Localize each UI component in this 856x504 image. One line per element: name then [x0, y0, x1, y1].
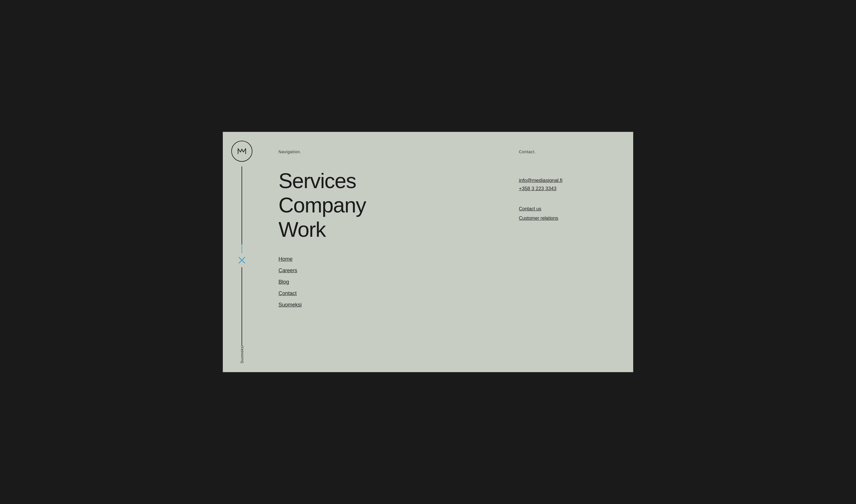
- nav-link-contact[interactable]: Contact: [279, 290, 297, 296]
- close-button[interactable]: [237, 255, 247, 265]
- nav-link-careers[interactable]: Careers: [279, 268, 297, 274]
- nav-section: Navigation. Services Company Work Home C…: [261, 132, 510, 372]
- contact-us-link[interactable]: Contact us: [519, 206, 619, 212]
- sidebar-line-bottom: [242, 267, 242, 345]
- contact-links: Contact us Customer relations: [519, 206, 619, 221]
- nav-section-label: Navigation.: [279, 149, 493, 154]
- screen-wrapper: Suomeksi Navigation. Services Company Wo…: [223, 132, 633, 372]
- main-content: Navigation. Services Company Work Home C…: [261, 132, 633, 372]
- big-nav-work[interactable]: Work: [279, 217, 493, 242]
- nav-link-blog[interactable]: Blog: [279, 279, 289, 285]
- contact-email-link[interactable]: info@mediasignal.fi: [519, 178, 619, 183]
- logo-button[interactable]: [231, 141, 252, 162]
- sidebar: Suomeksi: [223, 132, 261, 372]
- contact-section: Contact. info@mediasignal.fi +358 3 223 …: [510, 132, 633, 372]
- customer-relations-link[interactable]: Customer relations: [519, 216, 619, 221]
- nav-link-home[interactable]: Home: [279, 256, 292, 262]
- sidebar-line-blue: [242, 245, 242, 253]
- nav-link-suomeksi[interactable]: Suomeksi: [279, 302, 302, 308]
- big-nav-services[interactable]: Services: [279, 169, 493, 193]
- small-nav-links: Home Careers Blog Contact Suomeksi: [279, 256, 493, 308]
- big-nav-company[interactable]: Company: [279, 193, 493, 217]
- sidebar-line-top: [242, 166, 242, 245]
- suomeksi-link[interactable]: Suomeksi: [240, 345, 244, 363]
- big-nav-items: Services Company Work: [279, 169, 493, 241]
- contact-phone-link[interactable]: +358 3 223 3343: [519, 186, 619, 192]
- contact-section-label: Contact.: [519, 149, 619, 154]
